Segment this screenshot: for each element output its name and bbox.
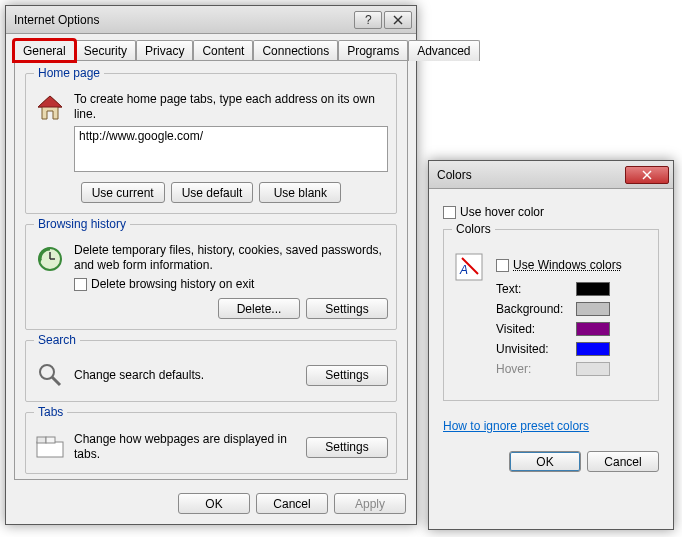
visited-color-label: Visited: bbox=[496, 322, 576, 336]
search-desc: Change search defaults. bbox=[74, 368, 298, 383]
group-search: Search Change search defaults. Settings bbox=[25, 340, 397, 402]
delete-button[interactable]: Delete... bbox=[218, 298, 300, 319]
use-windows-colors-checkbox[interactable] bbox=[496, 259, 509, 272]
font-color-icon: A bbox=[454, 252, 484, 285]
browsing-history-desc: Delete temporary files, history, cookies… bbox=[74, 243, 388, 273]
legend-browsing-history: Browsing history bbox=[34, 217, 130, 231]
colors-window-title: Colors bbox=[437, 168, 623, 182]
colors-dialog: Colors Use hover color Colors A Use Wind… bbox=[428, 160, 674, 530]
visited-color-swatch[interactable] bbox=[576, 322, 610, 336]
text-color-label: Text: bbox=[496, 282, 576, 296]
tab-security[interactable]: Security bbox=[75, 40, 136, 61]
hover-color-label: Hover: bbox=[496, 362, 576, 376]
svg-text:A: A bbox=[459, 263, 468, 277]
titlebar: Internet Options ? bbox=[6, 6, 416, 34]
tab-advanced[interactable]: Advanced bbox=[408, 40, 479, 61]
close-button[interactable] bbox=[384, 11, 412, 29]
unvisited-color-label: Unvisited: bbox=[496, 342, 576, 356]
apply-button[interactable]: Apply bbox=[334, 493, 406, 514]
use-blank-button[interactable]: Use blank bbox=[259, 182, 341, 203]
cancel-button[interactable]: Cancel bbox=[256, 493, 328, 514]
tab-general[interactable]: General bbox=[14, 40, 75, 61]
ignore-preset-colors-link[interactable]: How to ignore preset colors bbox=[443, 419, 589, 433]
internet-options-dialog: Internet Options ? General Security Priv… bbox=[5, 5, 417, 525]
legend-appearance: Appearance bbox=[34, 477, 107, 480]
text-color-swatch[interactable] bbox=[576, 282, 610, 296]
home-page-url-input[interactable] bbox=[74, 126, 388, 172]
unvisited-color-swatch[interactable] bbox=[576, 342, 610, 356]
dialog-button-row: OK Cancel Apply bbox=[178, 493, 406, 514]
delete-on-exit-label: Delete browsing history on exit bbox=[91, 277, 254, 292]
group-tabs: Tabs Change how webpages are displayed i… bbox=[25, 412, 397, 474]
home-icon bbox=[34, 92, 66, 124]
tab-content[interactable]: Content bbox=[193, 40, 253, 61]
legend-colors: Colors bbox=[452, 222, 495, 236]
search-icon bbox=[34, 359, 66, 391]
home-page-desc: To create home page tabs, type each addr… bbox=[74, 92, 388, 122]
use-windows-colors-label: Use Windows colors bbox=[513, 258, 622, 272]
tabs-icon bbox=[34, 431, 66, 463]
group-browsing-history: Browsing history Delete temporary files,… bbox=[25, 224, 397, 330]
tabs-desc: Change how webpages are displayed in tab… bbox=[74, 432, 298, 462]
svg-point-9 bbox=[40, 365, 54, 379]
group-colors: Colors A Use Windows colors Text: Backgr… bbox=[443, 229, 659, 401]
legend-tabs: Tabs bbox=[34, 405, 67, 419]
svg-text:?: ? bbox=[365, 15, 372, 25]
background-color-swatch[interactable] bbox=[576, 302, 610, 316]
use-hover-label: Use hover color bbox=[460, 205, 544, 219]
legend-search: Search bbox=[34, 333, 80, 347]
tab-programs[interactable]: Programs bbox=[338, 40, 408, 61]
delete-on-exit-checkbox[interactable] bbox=[74, 278, 87, 291]
tab-panel-general: Home page To create home page tabs, type… bbox=[14, 60, 408, 480]
colors-close-button[interactable] bbox=[625, 166, 669, 184]
use-hover-checkbox[interactable] bbox=[443, 206, 456, 219]
help-button[interactable]: ? bbox=[354, 11, 382, 29]
use-current-button[interactable]: Use current bbox=[81, 182, 165, 203]
tabs-settings-button[interactable]: Settings bbox=[306, 437, 388, 458]
history-icon bbox=[34, 243, 66, 275]
svg-rect-13 bbox=[46, 437, 55, 443]
window-title: Internet Options bbox=[14, 13, 352, 27]
svg-line-10 bbox=[52, 377, 60, 385]
colors-titlebar: Colors bbox=[429, 161, 673, 189]
history-settings-button[interactable]: Settings bbox=[306, 298, 388, 319]
use-default-button[interactable]: Use default bbox=[171, 182, 254, 203]
tab-privacy[interactable]: Privacy bbox=[136, 40, 193, 61]
legend-home-page: Home page bbox=[34, 66, 104, 80]
svg-rect-11 bbox=[37, 442, 63, 457]
group-home-page: Home page To create home page tabs, type… bbox=[25, 73, 397, 214]
svg-marker-4 bbox=[38, 96, 62, 107]
ok-button[interactable]: OK bbox=[178, 493, 250, 514]
colors-ok-button[interactable]: OK bbox=[509, 451, 581, 472]
colors-cancel-button[interactable]: Cancel bbox=[587, 451, 659, 472]
tab-connections[interactable]: Connections bbox=[253, 40, 338, 61]
search-settings-button[interactable]: Settings bbox=[306, 365, 388, 386]
background-color-label: Background: bbox=[496, 302, 576, 316]
hover-color-swatch bbox=[576, 362, 610, 376]
svg-rect-12 bbox=[37, 437, 46, 443]
tab-bar: General Security Privacy Content Connect… bbox=[14, 40, 408, 61]
